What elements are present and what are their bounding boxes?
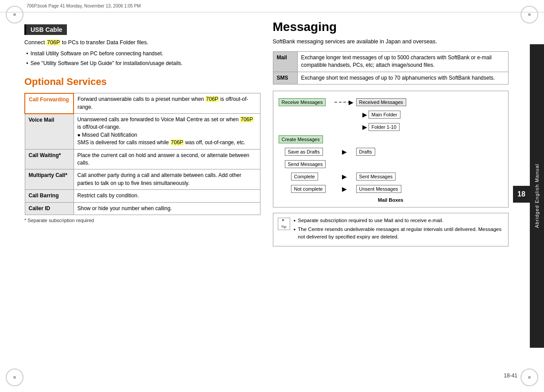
tip-icon: ✦Tip <box>278 218 290 230</box>
corner-decoration-br <box>518 366 540 388</box>
footnote: * Separate subscription required <box>24 218 260 223</box>
sms-label: SMS <box>273 72 297 84</box>
table-row: Caller ID Show or hide your number when … <box>25 202 260 215</box>
voice-mail-desc: Unanswered calls are forwarded to Voice … <box>74 114 260 150</box>
mail-label: Mail <box>273 51 297 72</box>
usb-bullet-1: Install Utility Software on PC before co… <box>24 50 260 58</box>
page-header: 706P.book Page 41 Monday, November 13, 2… <box>0 0 544 12</box>
table-row: Call Forwarding Forward unanswerable cal… <box>25 93 260 114</box>
services-table: Call Forwarding Forward unanswerable cal… <box>24 93 260 215</box>
caller-id-label: Caller ID <box>25 202 74 215</box>
mail-desc: Exchange longer text messages of up to 5… <box>297 51 509 72</box>
chapter-badge: 18 <box>513 186 530 203</box>
optional-title: Optional Services <box>24 76 260 88</box>
table-row: Call Barring Restrict calls by condition… <box>25 190 260 202</box>
caller-id-desc: Show or hide your number when calling. <box>74 202 260 215</box>
call-forwarding-label: Call Forwarding <box>25 93 74 114</box>
table-row: Multiparty Call* Call another party duri… <box>25 169 260 190</box>
table-row: Mail Exchange longer text messages of up… <box>273 51 509 72</box>
table-row: Voice Mail Unanswered calls are forwarde… <box>25 114 260 150</box>
tip-box: ✦Tip Separate subscription required to u… <box>273 213 509 246</box>
call-barring-label: Call Barring <box>25 190 74 202</box>
flow-diagram: Receive Messages Create Messages Save as… <box>273 91 509 208</box>
table-row: Call Waiting* Place the current call on … <box>25 149 260 169</box>
not-complete-box: Not complete <box>291 185 326 193</box>
usb-bullet-2: See "Utility Software Set Up Guide" for … <box>24 59 260 67</box>
save-as-drafts-box: Save as Drafts <box>285 148 323 156</box>
mail-boxes-label: Mail Boxes <box>277 197 505 203</box>
sidebar: Abridged English Manual <box>530 44 544 348</box>
call-waiting-label: Call Waiting* <box>25 149 74 169</box>
call-barring-desc: Restrict calls by condition. <box>74 190 260 202</box>
usb-description: Connect 706P to PCs to transfer Data Fol… <box>24 38 260 47</box>
complete-box: Complete <box>291 173 318 181</box>
folder-1-10-box: Folder 1-10 <box>369 123 400 131</box>
usb-title: USB Cable <box>24 24 67 35</box>
messaging-title: Messaging <box>273 20 509 34</box>
table-row: SMS Exchange short text messages of up t… <box>273 72 509 84</box>
main-folder-box: Main Folder <box>369 111 400 119</box>
page-number: 18-41 <box>504 373 517 379</box>
sms-desc: Exchange short text messages of up to 70… <box>297 72 509 84</box>
left-column: USB Cable Connect 706P to PCs to transfe… <box>24 15 260 368</box>
voice-mail-label: Voice Mail <box>25 114 74 150</box>
header-text: 706P.book Page 41 Monday, November 13, 2… <box>27 4 141 8</box>
received-messages-box: Received Messages <box>356 98 406 106</box>
optional-section: Optional Services Call Forwarding Forwar… <box>24 76 260 223</box>
call-waiting-desc: Place the current call on hold and answe… <box>74 149 260 169</box>
messaging-desc: SoftBank messaging services are availabl… <box>273 38 509 46</box>
multiparty-label: Multiparty Call* <box>25 169 74 190</box>
sidebar-label: Abridged English Manual <box>534 164 540 228</box>
usb-706p-highlight: 706P <box>47 39 60 46</box>
multiparty-desc: Call another party during a call and alt… <box>74 169 260 190</box>
tip-bullet-1: Separate subscription required to use Ma… <box>294 217 504 224</box>
drafts-box: Drafts <box>356 148 375 156</box>
messaging-table: Mail Exchange longer text messages of up… <box>273 51 509 85</box>
tip-bullet-2: The Centre resends undeliverable message… <box>294 226 504 241</box>
sent-messages-box: Sent Messages <box>356 173 396 181</box>
create-messages-box: Create Messages <box>279 135 323 143</box>
tip-content: Separate subscription required to use Ma… <box>294 217 504 242</box>
unsent-messages-box: Unsent Messages <box>356 185 401 193</box>
right-column: Messaging SoftBank messaging services ar… <box>273 15 509 368</box>
usb-section: USB Cable Connect 706P to PCs to transfe… <box>24 24 260 67</box>
receive-messages-box: Receive Messages <box>279 98 326 106</box>
content-area: USB Cable Connect 706P to PCs to transfe… <box>24 15 509 368</box>
call-forwarding-desc: Forward unanswerable calls to a preset n… <box>74 93 260 114</box>
send-messages-box: Send Messages <box>285 160 326 168</box>
corner-decoration-bl <box>4 366 26 388</box>
